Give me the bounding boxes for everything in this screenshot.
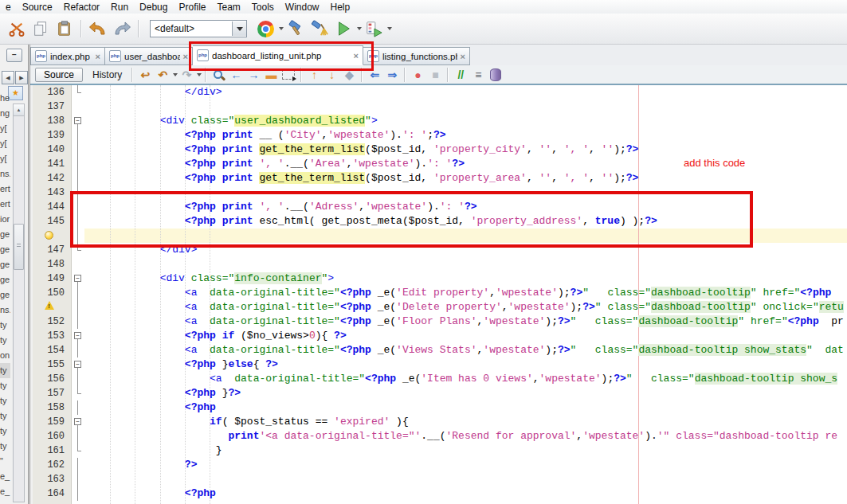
scrollbar-thumb[interactable] — [14, 224, 24, 270]
code-line-159[interactable]: if( $post_status == 'expired' ){ — [85, 415, 847, 429]
gutter-cell-line-152[interactable]: 152 — [33, 315, 71, 329]
menu-item-window[interactable]: Window — [280, 1, 325, 14]
code-line-10[interactable] — [85, 229, 847, 243]
memory-view-icon[interactable] — [487, 67, 504, 83]
code-fold-gutter[interactable]: −−−−− — [72, 85, 84, 504]
line-number-gutter[interactable]: 1361371381391401411421431441451471481491… — [33, 85, 72, 504]
menu-item-debug[interactable]: Debug — [134, 1, 173, 14]
gutter-cell-line-160[interactable]: 160 — [33, 429, 71, 443]
code-line-148[interactable] — [85, 257, 847, 272]
find-selection-icon[interactable] — [210, 67, 227, 83]
code-line-138[interactable]: <div class="user_dashboard_listed"> — [85, 114, 847, 128]
toggle-bookmark-icon[interactable]: ◆ — [340, 67, 358, 83]
menu-item-source[interactable]: Source — [17, 1, 58, 14]
gutter-cell-line-156[interactable]: 156 — [33, 372, 71, 386]
cut-icon[interactable] — [6, 18, 28, 39]
paste-icon[interactable] — [53, 18, 76, 39]
code-line-164[interactable]: <?php — [85, 486, 847, 501]
scroll-tabs-right-icon[interactable]: ▶ — [15, 71, 28, 84]
tab-dashboard_listing_unit.php[interactable]: phpdashboard_listing_unit.php× — [193, 45, 363, 65]
code-line-154[interactable]: <a data-original-title="<?php _e('Views … — [85, 343, 847, 357]
menu-item-run[interactable]: Run — [105, 1, 134, 14]
fold-collapse-icon[interactable]: − — [74, 361, 81, 368]
code-line-161[interactable]: } — [85, 443, 847, 458]
tab-index.php[interactable]: phpindex.php× — [30, 47, 105, 65]
code-line-163[interactable] — [85, 472, 847, 486]
tab-close-icon[interactable]: × — [461, 52, 465, 61]
gutter-cell-line-icon15[interactable] — [33, 300, 71, 315]
code-line-140[interactable]: <?php print get_the_term_list($post_id, … — [85, 143, 847, 157]
gutter-cell-line-162[interactable]: 162 — [33, 458, 71, 472]
gutter-cell-line-154[interactable]: 154 — [33, 343, 71, 357]
warning-icon[interactable] — [44, 300, 55, 311]
gutter-cell-line-157[interactable]: 157 — [33, 386, 71, 400]
tab-close-icon[interactable]: × — [183, 52, 188, 61]
scroll-up-icon[interactable]: ▲ — [14, 104, 24, 116]
code-line-142[interactable]: <?php print get_the_term_list($post_id, … — [85, 171, 847, 186]
code-line-162[interactable]: ?> — [85, 458, 847, 472]
gutter-cell-line-143[interactable]: 143 — [33, 186, 71, 200]
history-view-button[interactable]: History — [86, 68, 128, 81]
fold-cell[interactable]: − — [72, 272, 84, 286]
code-line-137[interactable] — [85, 100, 847, 114]
uncomment-icon[interactable]: ≡ — [469, 67, 487, 83]
forward-icon-caret[interactable] — [197, 73, 202, 76]
menu-item-e[interactable]: e — [0, 1, 17, 14]
shift-line-right-icon[interactable]: ⇒ — [383, 67, 401, 83]
tab-close-icon[interactable]: × — [96, 52, 100, 61]
code-line-158[interactable]: <?php — [85, 400, 847, 415]
find-previous-icon[interactable]: ← — [227, 67, 245, 83]
gutter-cell-line-150[interactable]: 150 — [33, 286, 71, 300]
code-line-157[interactable]: <?php }?> — [85, 386, 847, 400]
tab-close-icon[interactable]: × — [354, 51, 359, 61]
code-line-152[interactable]: <a data-original-title="<?php _e('Floor … — [85, 315, 847, 329]
gutter-cell-line-140[interactable]: 140 — [33, 143, 71, 157]
gutter-cell-line-137[interactable]: 137 — [33, 100, 71, 114]
fold-collapse-icon[interactable]: − — [74, 418, 81, 425]
code-area[interactable]: </div> <div class="user_dashboard_listed… — [84, 85, 847, 504]
gutter-cell-line-163[interactable]: 163 — [33, 472, 71, 486]
browser-chrome-icon[interactable] — [254, 18, 276, 39]
code-line-155[interactable]: <?php }else{ ?> — [85, 357, 847, 372]
rectangular-selection-icon[interactable] — [280, 67, 297, 83]
gutter-cell-line-149[interactable]: 149 — [33, 272, 71, 286]
shift-line-left-icon[interactable]: ⇐ — [366, 67, 383, 83]
code-line-143[interactable] — [85, 186, 847, 200]
code-line-153[interactable]: <?php if ($no_views>0){ ?> — [85, 329, 847, 343]
code-line-15[interactable]: <a data-original-title="<?php _e('Delete… — [85, 300, 847, 315]
clean-build-project-icon[interactable] — [308, 18, 331, 39]
fold-collapse-icon[interactable]: − — [74, 332, 81, 339]
gutter-cell-line-138[interactable]: 138 — [33, 114, 71, 128]
next-bookmark-icon[interactable]: ↓ — [323, 67, 340, 83]
code-line-150[interactable]: <a data-original-title="<?php _e('Edit p… — [85, 286, 847, 300]
minimize-panel-button[interactable]: − — [6, 49, 22, 62]
code-line-147[interactable]: </div> — [85, 243, 847, 257]
comment-icon[interactable]: // — [452, 67, 469, 83]
gutter-cell-line-145[interactable]: 145 — [33, 214, 71, 229]
stop-macro-recording-icon[interactable]: ■ — [426, 67, 444, 83]
config-combobox[interactable]: <default> — [150, 20, 247, 37]
build-project-icon[interactable] — [284, 18, 307, 39]
code-line-136[interactable]: </div> — [85, 85, 847, 100]
find-next-icon[interactable]: → — [245, 67, 262, 83]
gutter-cell-line-153[interactable]: 153 — [33, 329, 71, 343]
code-line-156[interactable]: <a data-original-title="<?php _e('Item h… — [85, 372, 847, 386]
code-line-145[interactable]: <?php print esc_html( get_post_meta($pos… — [85, 214, 847, 229]
gutter-cell-line-142[interactable]: 142 — [33, 171, 71, 186]
code-line-144[interactable]: <?php print ', '.__('Adress','wpestate')… — [85, 200, 847, 214]
gutter-cell-line-136[interactable]: 136 — [33, 85, 71, 100]
undo-icon[interactable] — [87, 18, 109, 39]
last-edit-location-icon[interactable]: ↩ — [136, 67, 154, 83]
fold-cell[interactable]: − — [72, 114, 84, 128]
run-caret-icon[interactable] — [357, 27, 362, 30]
code-line-160[interactable]: print'<a data-original-title="'.__('Rese… — [85, 429, 847, 443]
tab-listing_functions.php[interactable]: phplisting_functions.php× — [363, 47, 470, 65]
fold-cell[interactable]: − — [72, 357, 84, 372]
scroll-tabs-left-icon[interactable]: ◀ — [2, 71, 14, 84]
gutter-cell-line-139[interactable]: 139 — [33, 128, 71, 143]
gutter-cell-line-161[interactable]: 161 — [33, 443, 71, 458]
gutter-cell-line-155[interactable]: 155 — [33, 357, 71, 372]
chevron-down-icon[interactable] — [232, 21, 246, 36]
gutter-cell-line-141[interactable]: 141 — [33, 157, 71, 171]
browser-caret-icon[interactable] — [279, 27, 284, 30]
